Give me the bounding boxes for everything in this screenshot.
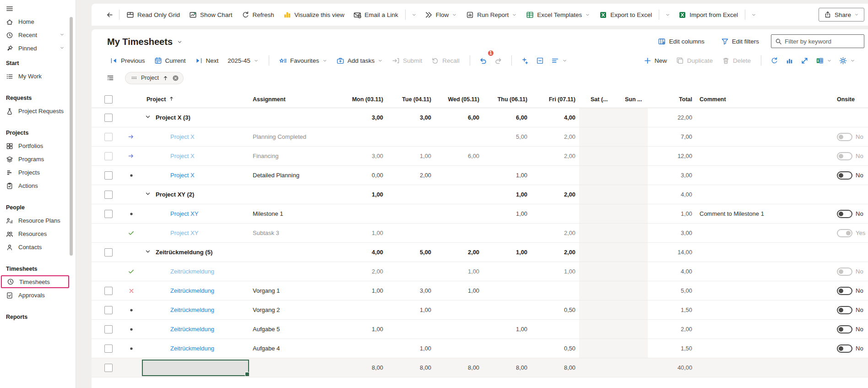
- onsite-toggle[interactable]: [837, 210, 852, 218]
- day-cell[interactable]: 4,00: [339, 243, 387, 262]
- grid-settings-button[interactable]: [835, 52, 859, 69]
- day-cell[interactable]: 1,00: [531, 262, 579, 281]
- day-cell[interactable]: 6,00: [435, 147, 483, 165]
- day-cell[interactable]: [387, 204, 435, 223]
- mon-header[interactable]: Mon (03.11): [339, 91, 387, 108]
- day-cell[interactable]: 1,00: [483, 320, 531, 339]
- row-checkbox[interactable]: [104, 152, 113, 160]
- import-from-excel-button[interactable]: Import from Excel: [674, 6, 743, 23]
- day-cell[interactable]: 2,00: [387, 166, 435, 185]
- export-more-button[interactable]: [662, 6, 674, 23]
- hamburger-menu-button[interactable]: [4, 3, 15, 14]
- day-cell[interactable]: [339, 127, 387, 146]
- chart-view-button[interactable]: [782, 52, 797, 69]
- day-cell[interactable]: [483, 281, 531, 300]
- day-cell[interactable]: [339, 204, 387, 223]
- sun-header[interactable]: Sun ...: [613, 91, 648, 108]
- day-cell[interactable]: 2,00: [531, 243, 579, 262]
- comment-cell[interactable]: [696, 281, 833, 300]
- sidebar-item-actions[interactable]: Actions: [0, 179, 71, 192]
- onsite-toggle[interactable]: [837, 325, 852, 333]
- sidebar-item-programs[interactable]: Programs: [0, 153, 71, 166]
- day-cell[interactable]: 1,00: [339, 281, 387, 300]
- email-a-link-button[interactable]: Email a Link: [349, 6, 403, 23]
- day-cell[interactable]: 5,00: [387, 243, 435, 262]
- group-cell[interactable]: Project X (3): [141, 108, 252, 127]
- day-cell[interactable]: 3,00: [339, 147, 387, 165]
- day-cell[interactable]: [435, 166, 483, 185]
- day-cell[interactable]: 1,00: [435, 281, 483, 300]
- onsite-toggle[interactable]: [837, 287, 852, 295]
- day-cell[interactable]: [483, 262, 531, 281]
- import-more-button[interactable]: [748, 6, 760, 23]
- onsite-toggle[interactable]: [837, 306, 852, 314]
- duplicate-button[interactable]: Duplicate: [672, 52, 717, 69]
- day-cell[interactable]: [483, 339, 531, 358]
- sat-cell[interactable]: [579, 301, 613, 319]
- show-chart-button[interactable]: Show Chart: [184, 6, 237, 23]
- row-checkbox[interactable]: [104, 171, 113, 180]
- add-tasks-button[interactable]: Add tasks: [332, 52, 387, 69]
- project-link[interactable]: Project XY: [170, 210, 198, 217]
- day-cell[interactable]: 2,00: [531, 127, 579, 146]
- sat-cell[interactable]: [579, 262, 613, 281]
- back-button[interactable]: [102, 6, 117, 23]
- row-checkbox[interactable]: [104, 114, 113, 122]
- thu-header[interactable]: Thu (06.11): [483, 91, 531, 108]
- day-cell[interactable]: 2,00: [435, 243, 483, 262]
- day-cell[interactable]: [435, 320, 483, 339]
- read-only-grid-button[interactable]: Read Only Grid: [122, 6, 184, 23]
- sat-cell[interactable]: [579, 320, 613, 339]
- day-cell[interactable]: 1,00: [339, 224, 387, 242]
- group-cell[interactable]: Project XY (2): [141, 185, 252, 204]
- day-cell[interactable]: 6,00: [483, 108, 531, 127]
- sun-cell[interactable]: [613, 204, 648, 223]
- sidebar-item-my-work[interactable]: My Work: [0, 70, 71, 83]
- comment-cell[interactable]: [696, 301, 833, 319]
- run-report-button[interactable]: Run Report: [461, 6, 521, 23]
- day-cell[interactable]: [483, 224, 531, 242]
- day-cell[interactable]: 2,00: [531, 185, 579, 204]
- day-cell[interactable]: 5,00: [483, 127, 531, 146]
- sidebar-item-recent[interactable]: Recent: [0, 28, 71, 42]
- export-to-excel-button[interactable]: Export to Excel: [595, 6, 656, 23]
- day-cell[interactable]: 2,00: [339, 262, 387, 281]
- day-cell[interactable]: [435, 185, 483, 204]
- day-cell[interactable]: [387, 127, 435, 146]
- sidebar-item-approvals[interactable]: Approvals: [0, 289, 71, 302]
- refresh-button[interactable]: Refresh: [237, 6, 279, 23]
- insert-row-button[interactable]: [517, 52, 532, 69]
- sun-cell[interactable]: [613, 147, 648, 165]
- comment-cell[interactable]: [696, 166, 833, 185]
- sat-header[interactable]: Sat (...: [579, 91, 613, 108]
- onsite-toggle[interactable]: [837, 344, 852, 353]
- day-cell[interactable]: 1,00: [387, 301, 435, 319]
- day-cell[interactable]: 0,50: [531, 301, 579, 319]
- day-cell[interactable]: 0,50: [531, 339, 579, 358]
- total-header[interactable]: Total: [648, 91, 696, 108]
- sat-cell[interactable]: [579, 127, 613, 146]
- edit-filters-button[interactable]: Edit filters: [716, 33, 764, 49]
- day-cell[interactable]: 4,00: [531, 108, 579, 127]
- sidebar-item-timesheets[interactable]: Timesheets: [1, 275, 69, 288]
- sat-cell[interactable]: [579, 339, 613, 358]
- project-link[interactable]: Project X: [170, 172, 195, 179]
- sidebar-item-portfolios[interactable]: Portfolios: [0, 139, 71, 153]
- 2025-45-button[interactable]: 2025-45: [223, 52, 263, 69]
- comment-cell[interactable]: [696, 147, 833, 165]
- day-cell[interactable]: 0,00: [339, 166, 387, 185]
- fullscreen-button[interactable]: [797, 52, 812, 69]
- day-cell[interactable]: [387, 224, 435, 242]
- group-cell[interactable]: Zeitrückmeldung (5): [141, 243, 252, 262]
- edit-columns-button[interactable]: Edit columns: [653, 33, 709, 49]
- sat-cell[interactable]: [579, 166, 613, 185]
- sun-cell[interactable]: [613, 166, 648, 185]
- comment-cell[interactable]: [696, 224, 833, 242]
- flow-button[interactable]: Flow: [420, 6, 462, 23]
- day-cell[interactable]: 1,00: [483, 185, 531, 204]
- comment-cell[interactable]: [696, 262, 833, 281]
- sun-cell[interactable]: [613, 339, 648, 358]
- onsite-toggle[interactable]: [837, 171, 852, 180]
- submit-button[interactable]: Submit: [387, 52, 427, 69]
- selected-cell-region[interactable]: [141, 358, 252, 377]
